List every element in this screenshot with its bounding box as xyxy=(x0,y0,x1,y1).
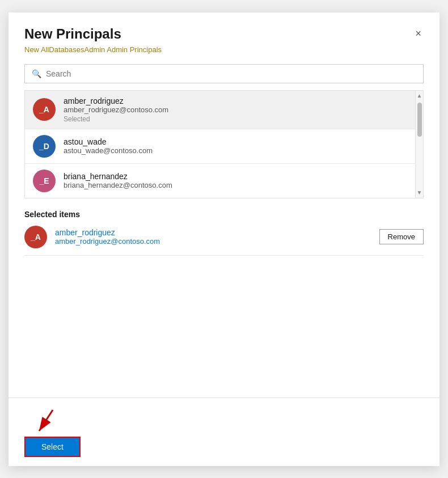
footer: Select xyxy=(9,397,439,466)
dialog-subtitle: New AllDatabasesAdmin Admin Principals xyxy=(24,45,424,54)
remove-button[interactable]: Remove xyxy=(379,229,424,244)
item-info: amber_rodriguez amber_rodriguez@contoso.… xyxy=(55,228,160,246)
item-name: briana_hernandez xyxy=(64,172,172,181)
list-content: _A amber_rodriguez amber_rodriguez@conto… xyxy=(25,91,423,198)
selected-item-email: amber_rodriguez@contoso.com xyxy=(55,237,160,246)
new-principals-dialog: New Principals × New AllDatabasesAdmin A… xyxy=(9,12,439,466)
dialog-header: New Principals × xyxy=(24,26,424,42)
item-info: briana_hernandez briana_hernandez@contos… xyxy=(64,172,172,189)
dialog-title: New Principals xyxy=(24,26,121,42)
item-email: amber_rodriguez@contoso.com xyxy=(64,105,168,114)
avatar: _A xyxy=(24,226,47,248)
scroll-thumb[interactable] xyxy=(417,103,422,137)
arrow-container xyxy=(24,407,424,434)
item-name: amber_rodriguez xyxy=(64,96,168,105)
item-email: briana_hernandez@contoso.com xyxy=(64,181,172,189)
list-item[interactable]: _D astou_wade astou_wade@contoso.com xyxy=(25,129,415,164)
search-input[interactable] xyxy=(46,69,416,78)
list-item[interactable]: _A amber_rodriguez amber_rodriguez@conto… xyxy=(25,91,415,129)
avatar: _E xyxy=(33,170,56,192)
item-name: astou_wade xyxy=(64,137,153,146)
svg-line-1 xyxy=(39,410,53,431)
search-icon: 🔍 xyxy=(32,69,41,78)
selected-items-title: Selected items xyxy=(24,210,424,219)
select-button[interactable]: Select xyxy=(24,437,81,457)
scroll-up-icon[interactable]: ▲ xyxy=(417,91,422,100)
principals-list: _A amber_rodriguez amber_rodriguez@conto… xyxy=(24,90,424,198)
scrollbar[interactable]: ▲ ▼ xyxy=(415,91,423,198)
selected-item-name: amber_rodriguez xyxy=(55,228,160,237)
search-box: 🔍 xyxy=(24,64,424,83)
item-info: astou_wade astou_wade@contoso.com xyxy=(64,137,153,155)
selected-items-section: Selected items _A amber_rodriguez amber_… xyxy=(24,210,424,256)
avatar: _A xyxy=(33,98,56,121)
avatar: _D xyxy=(33,135,56,158)
list-item[interactable]: _E briana_hernandez briana_hernandez@con… xyxy=(25,164,415,198)
selected-row: _A amber_rodriguez amber_rodriguez@conto… xyxy=(24,226,424,256)
item-email: astou_wade@contoso.com xyxy=(64,146,153,155)
arrow-icon xyxy=(30,407,64,435)
close-button[interactable]: × xyxy=(413,26,424,41)
item-info: amber_rodriguez amber_rodriguez@contoso.… xyxy=(64,96,168,123)
selected-row-info: _A amber_rodriguez amber_rodriguez@conto… xyxy=(24,226,379,248)
item-selected-label: Selected xyxy=(64,115,168,123)
scroll-down-icon[interactable]: ▼ xyxy=(417,189,422,196)
